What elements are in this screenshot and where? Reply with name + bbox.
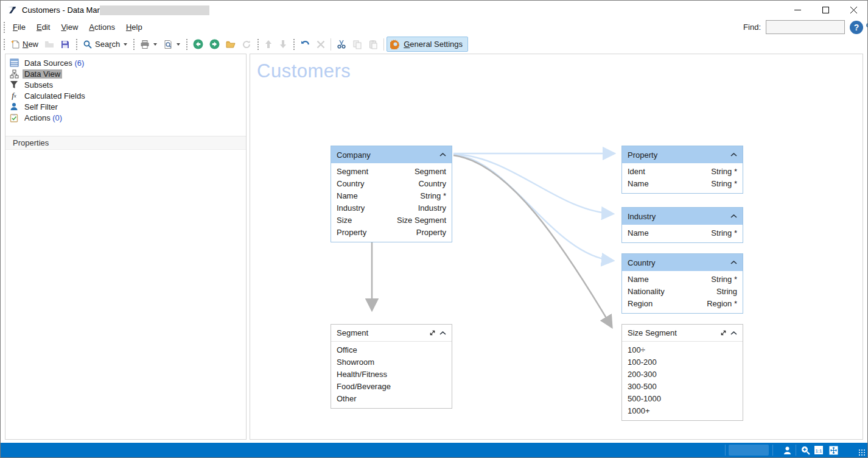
field-row[interactable]: NameString * [622, 273, 743, 286]
entity-industry[interactable]: Industry NameString * [621, 207, 743, 243]
sidebar-item-count: (0) [52, 113, 62, 122]
sidebar-item-data-view[interactable]: Data View [9, 68, 246, 79]
list-item[interactable]: Office [331, 344, 452, 356]
list-item[interactable]: 100-200 [622, 356, 743, 368]
search-icon[interactable] [866, 22, 868, 32]
entity-country[interactable]: Country NameString * NationalityString R… [621, 253, 743, 314]
collapse-chevron-icon[interactable] [730, 261, 737, 264]
refresh-button[interactable] [239, 37, 254, 52]
list-item[interactable]: 1000+ [622, 405, 743, 417]
toolstrip-grip[interactable] [3, 22, 5, 33]
zoom-in-icon[interactable] [799, 444, 811, 456]
back-icon [193, 39, 203, 49]
menu-edit[interactable]: Edit [31, 20, 55, 34]
list-item[interactable]: 500-1000 [622, 393, 743, 405]
list-item[interactable]: Other [331, 393, 452, 405]
sidebar-item-actions[interactable]: Actions (0) [9, 112, 246, 123]
minimize-button[interactable] [783, 1, 811, 19]
list-item[interactable]: 200-300 [622, 368, 743, 381]
entity-segment[interactable]: Segment Office Showroom Health/Fitness F… [331, 324, 452, 409]
back-button[interactable] [190, 37, 206, 52]
menu-view[interactable]: View [55, 20, 83, 34]
save-button[interactable] [57, 37, 73, 52]
entity-company[interactable]: Company SegmentSegment CountryCountry Na… [331, 146, 452, 242]
maximize-button[interactable] [811, 1, 839, 19]
field-row[interactable]: NameString * [622, 178, 743, 190]
menu-file[interactable]: File [7, 20, 31, 34]
field-row[interactable]: SegmentSegment [331, 166, 452, 178]
help-button[interactable]: ? [850, 21, 863, 34]
toolstrip-grip[interactable] [186, 39, 188, 50]
field-row[interactable]: NameString * [331, 190, 452, 202]
entity-size-segment-header[interactable]: Size Segment [622, 325, 743, 342]
toolstrip-grip[interactable] [133, 39, 135, 50]
open-data-folder-button[interactable] [223, 37, 239, 52]
entity-country-header[interactable]: Country [622, 254, 743, 271]
resize-grip[interactable] [858, 449, 866, 456]
entity-property[interactable]: Property IdentString * NameString * [621, 146, 743, 194]
fit-to-window-icon[interactable] [827, 444, 839, 456]
general-settings-button[interactable]: General Settings [387, 37, 468, 52]
cut-button[interactable] [334, 37, 349, 52]
field-row[interactable]: IndustryIndustry [331, 202, 452, 214]
svg-text:1:1: 1:1 [815, 448, 822, 454]
expand-icon[interactable] [720, 329, 727, 336]
delete-button[interactable] [313, 38, 328, 51]
entity-property-header[interactable]: Property [622, 146, 743, 163]
copy-button[interactable] [349, 37, 365, 52]
sidebar-item-calculated-fields[interactable]: fx Calculated Fields [9, 90, 246, 101]
expand-icon[interactable] [429, 329, 436, 336]
print-dropdown-caret[interactable] [153, 43, 157, 46]
field-row[interactable]: CountryCountry [331, 178, 452, 190]
sidebar-item-self-filter[interactable]: Self Filter [9, 101, 246, 112]
user-icon[interactable] [781, 444, 793, 456]
field-row[interactable]: NationalityString [622, 286, 743, 298]
toolbar-separator [383, 38, 384, 51]
collapse-chevron-icon[interactable] [730, 153, 737, 157]
collapse-chevron-icon[interactable] [730, 214, 737, 218]
move-down-button[interactable] [276, 37, 290, 51]
move-up-button[interactable] [261, 37, 276, 51]
paste-button[interactable] [365, 37, 381, 52]
collapse-chevron-icon[interactable] [439, 153, 446, 157]
list-item[interactable]: 300-500 [622, 381, 743, 393]
entity-size-segment[interactable]: Size Segment 100÷ 100-200 200-300 300-50… [621, 324, 743, 421]
close-button[interactable] [839, 1, 867, 19]
preview-dropdown-caret[interactable] [177, 43, 180, 46]
new-button[interactable]: New [7, 37, 41, 52]
list-item[interactable]: Health/Fitness [331, 368, 452, 381]
field-row[interactable]: NameString * [622, 227, 743, 239]
actual-size-icon[interactable]: 1:1 [813, 444, 825, 456]
list-item[interactable]: Food/Beverage [331, 381, 452, 393]
field-row[interactable]: RegionRegion * [622, 298, 743, 310]
toolstrip-grip[interactable] [75, 39, 78, 50]
forward-button[interactable] [206, 37, 223, 52]
menu-actions[interactable]: Actions [83, 20, 121, 34]
search-button[interactable]: Search [80, 37, 130, 52]
entity-segment-header[interactable]: Segment [331, 325, 452, 342]
field-name: Name [628, 227, 649, 239]
undo-button[interactable] [297, 37, 313, 52]
toolstrip-grip[interactable] [257, 39, 259, 50]
field-row[interactable]: IdentString * [622, 166, 743, 178]
entity-industry-header[interactable]: Industry [622, 208, 743, 225]
collapse-chevron-icon[interactable] [730, 331, 737, 335]
toolstrip-grip[interactable] [3, 39, 5, 50]
field-row[interactable]: PropertyProperty [331, 227, 452, 239]
open-button[interactable] [41, 37, 57, 52]
sidebar-item-data-sources[interactable]: Data Sources (6) [9, 57, 246, 68]
list-item[interactable]: Showroom [331, 356, 452, 368]
field-row[interactable]: SizeSize Segment [331, 214, 452, 227]
print-button[interactable] [137, 37, 160, 52]
collapse-chevron-icon[interactable] [439, 331, 446, 335]
forward-icon [209, 39, 220, 49]
field-name: Segment [337, 166, 368, 178]
sidebar-item-subsets[interactable]: Subsets [9, 79, 246, 90]
menu-help[interactable]: Help [121, 20, 148, 34]
entity-company-header[interactable]: Company [331, 146, 452, 163]
search-dropdown-caret[interactable] [124, 43, 127, 46]
print-preview-button[interactable] [160, 37, 183, 52]
toolstrip-grip[interactable] [293, 39, 295, 50]
link-company-industry [453, 154, 613, 214]
list-item[interactable]: 100÷ [622, 344, 743, 356]
